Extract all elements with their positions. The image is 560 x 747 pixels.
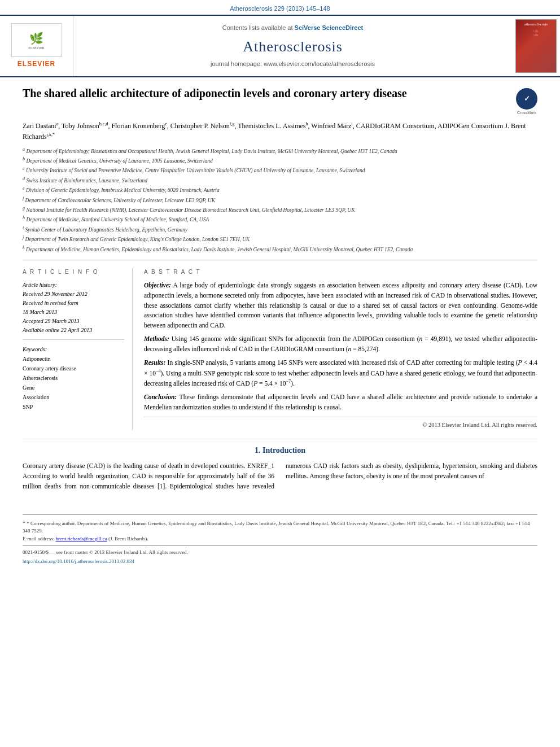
journal-header: 🌿 ELSEVIER ELSEVIER Contents lists avail… xyxy=(0,16,560,77)
sciverse-prefix: Contents lists available at xyxy=(222,24,295,31)
email-label: E-mail address: xyxy=(23,536,54,541)
affiliation-a: a Department of Epidemiology, Biostatist… xyxy=(23,146,537,155)
abstract-header: A B S T R A C T xyxy=(144,268,537,277)
abstract-col: A B S T R A C T Objective: A large body … xyxy=(144,268,537,430)
crossmark-symbol: ✓ xyxy=(524,94,530,104)
keyword-gene: Gene xyxy=(23,383,124,392)
affiliation-i: i Synlab Center of Laboratory Diagnostic… xyxy=(23,225,537,234)
methods-label: Methods: xyxy=(144,335,169,342)
keyword-association: Association xyxy=(23,392,124,402)
objective-label: Objective: xyxy=(144,282,171,289)
affiliation-d: d Swiss Institute of Bioinformatics, Lau… xyxy=(23,176,537,185)
abstract-conclusion: Conclusion: These findings demonstrate t… xyxy=(144,392,537,413)
article-info-abstract-row: A R T I C L E I N F O Article history: R… xyxy=(23,268,537,430)
results-label: Results: xyxy=(144,359,165,366)
conclusion-label: Conclusion: xyxy=(144,394,177,400)
section-divider xyxy=(23,439,537,439)
keywords-label: Keywords: xyxy=(23,344,124,354)
page-container: Atherosclerosis 229 (2013) 145–148 🌿 ELS… xyxy=(0,0,560,573)
cover-image: atherosclerosis □ □ □ □ xyxy=(515,19,557,73)
article-info-col: A R T I C L E I N F O Article history: R… xyxy=(23,268,133,430)
affiliation-j: j Department of Twin Research and Geneti… xyxy=(23,234,537,243)
cover-title: atherosclerosis xyxy=(524,22,548,27)
affiliation-c: c University Institute of Social and Pre… xyxy=(23,165,537,174)
accepted-date: Accepted 29 March 2013 xyxy=(23,317,124,326)
star-symbol: * xyxy=(23,520,25,526)
cover-details: □ □ □ □ xyxy=(534,29,538,37)
sciverse-link[interactable]: SciVerse ScienceDirect xyxy=(295,24,364,31)
abstract-methods: Methods: Using 145 genome wide significa… xyxy=(144,334,537,355)
doi-link[interactable]: http://dx.doi.org/10.1016/j.atherosclero… xyxy=(23,558,134,564)
article-info-header: A R T I C L E I N F O xyxy=(23,268,124,277)
issn-doi-area: 0021-9150/$ — see front matter © 2013 El… xyxy=(23,545,537,566)
abstract-results: Results: In single-SNP analysis, 5 varia… xyxy=(144,358,537,389)
intro-title: Introduction xyxy=(262,446,305,455)
logo-text: ELSEVIER xyxy=(28,46,44,50)
article-history: Article history: Received 29 November 20… xyxy=(23,281,124,340)
corresponding-note: * Corresponding author. Departments of M… xyxy=(23,521,530,534)
affiliation-k: k Departments of Medicine, Human Genetic… xyxy=(23,244,537,254)
top-header: Atherosclerosis 229 (2013) 145–148 xyxy=(0,0,560,16)
intro-heading: 1. Introduction xyxy=(23,445,537,456)
sciverse-line: Contents lists available at SciVerse Sci… xyxy=(85,24,501,32)
journal-homepage: journal homepage: www.elsevier.com/locat… xyxy=(85,60,501,68)
footer-area: * * Corresponding author. Departments of… xyxy=(0,514,560,573)
affiliation-h: h Department of Medicine, Stanford Unive… xyxy=(23,215,537,224)
received-revised-date: Received in revised form18 March 2013 xyxy=(23,299,124,317)
keywords-section: Keywords: Adiponectin Coronary artery di… xyxy=(23,344,124,412)
footnote-star-item: * * Corresponding author. Departments of… xyxy=(23,519,537,535)
email-line: E-mail address: brent.richards@mcgill.ca… xyxy=(23,535,537,543)
elsevier-logo-box: 🌿 ELSEVIER xyxy=(11,23,62,57)
article-title-section: The shared allelic architecture of adipo… xyxy=(23,86,537,114)
abstract-text: Objective: A large body of epidemiologic… xyxy=(144,281,537,430)
affiliation-f: f Department of Cardiovascular Sciences,… xyxy=(23,195,537,204)
tree-icon: 🌿 xyxy=(29,30,43,46)
email-attribution: (J. Brent Richards). xyxy=(108,536,148,541)
abstract-objective: Objective: A large body of epidemiologic… xyxy=(144,281,537,331)
publisher-logo-area: 🌿 ELSEVIER ELSEVIER xyxy=(0,16,73,76)
history-label: Article history: xyxy=(23,281,124,290)
affiliation-e: e Division of Genetic Epidemiology, Inns… xyxy=(23,185,537,194)
article-title: The shared allelic architecture of adipo… xyxy=(23,86,510,101)
crossmark-icon: ✓ xyxy=(516,88,537,110)
intro-text: Coronary artery disease (CAD) is the lea… xyxy=(23,461,537,491)
cover-image-area: atherosclerosis □ □ □ □ xyxy=(512,16,560,76)
article-content: The shared allelic architecture of adipo… xyxy=(0,77,560,503)
crossmark-label: CrossMark xyxy=(516,110,537,116)
introduction-section: 1. Introduction Coronary artery disease … xyxy=(23,445,537,492)
elsevier-label: ELSEVIER xyxy=(18,59,55,69)
crossmark-badge[interactable]: ✓ CrossMark xyxy=(516,88,537,110)
affiliation-b: b Department of Medical Genetics, Univer… xyxy=(23,156,537,165)
copyright-line: © 2013 Elsevier Ireland Ltd. All rights … xyxy=(144,417,537,430)
issn-line: 0021-9150/$ — see front matter © 2013 El… xyxy=(23,549,537,557)
keyword-atherosclerosis: Atherosclerosis xyxy=(23,373,124,383)
journal-header-center: Contents lists available at SciVerse Sci… xyxy=(73,16,512,76)
footer-section: * * Corresponding author. Departments of… xyxy=(23,514,537,566)
keyword-cad: Coronary artery disease xyxy=(23,364,124,373)
journal-title: Atherosclerosis xyxy=(85,37,501,57)
affiliation-g: g National Institute for Health Research… xyxy=(23,205,537,214)
intro-number: 1. xyxy=(255,446,261,455)
authors-section: Zari Dastania, Toby Johnsonb,c,d, Floria… xyxy=(23,121,537,142)
keyword-snp: SNP xyxy=(23,402,124,412)
doi-line: http://dx.doi.org/10.1016/j.atherosclero… xyxy=(23,558,537,566)
available-online-date: Available online 22 April 2013 xyxy=(23,326,124,335)
email-link[interactable]: brent.richards@mcgill.ca xyxy=(55,536,107,541)
keyword-adiponectin: Adiponectin xyxy=(23,354,124,364)
journal-reference: Atherosclerosis 229 (2013) 145–148 xyxy=(230,5,330,12)
affiliations-section: a Department of Epidemiology, Biostatist… xyxy=(23,146,537,260)
received-date: Received 29 November 2012 xyxy=(23,290,124,299)
